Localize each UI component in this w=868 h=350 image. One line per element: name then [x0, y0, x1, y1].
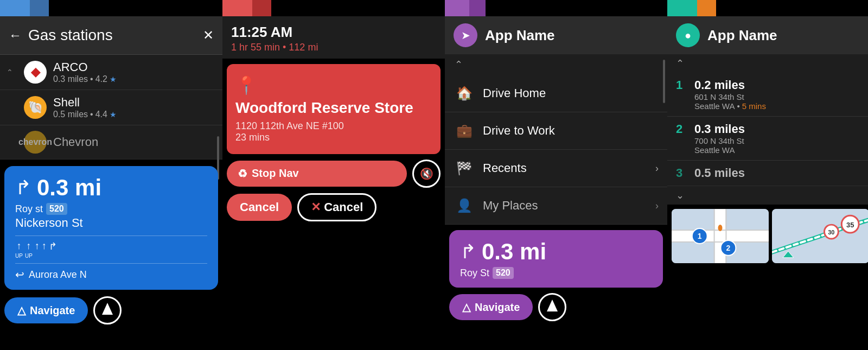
separator: • [90, 74, 93, 84]
nav-street-info: Roy st 520 Nickerson St [15, 203, 207, 230]
stop-nav-button[interactable]: ♻ Stop Nav [227, 161, 407, 187]
separator: • [737, 101, 739, 111]
map-svg-1: 1 2 [672, 209, 769, 263]
arco-info: ARCO 0.3 miles • 4.2 ★ [53, 60, 216, 84]
menu-item-drive-to-work[interactable]: 💼 Drive to Work [445, 112, 667, 150]
close-icon[interactable]: ✕ [203, 28, 214, 43]
purple-compass-button[interactable] [538, 293, 566, 321]
lane-arrow-icon: ↑ [16, 240, 21, 252]
panel4-color-bar [667, 0, 868, 16]
star-icon: ★ [110, 110, 117, 119]
app-icon: ➤ [454, 23, 477, 47]
time-header: 11:25 AM 1 hr 55 min • 112 mi [222, 16, 445, 59]
direction-number-1: 1 [676, 78, 687, 92]
cancel-x-icon: ✕ [311, 200, 321, 214]
recents-icon: 🏁 [454, 157, 475, 179]
panel1-color-bar [0, 0, 222, 16]
navigate-label: Navigate [30, 304, 75, 317]
purple-street-row: Roy St 520 [460, 267, 652, 279]
menu-up-button[interactable]: ⌃ [450, 56, 467, 73]
recents-label: Recents [483, 161, 648, 175]
direction-info-2: 0.3 miles 700 N 34th St Seattle WA [694, 122, 865, 155]
purple-route-badge: 520 [493, 267, 514, 279]
shell-rating: 4.4 [95, 110, 107, 119]
lane-arrow-icon: ↱ [49, 240, 57, 252]
menu-up-control: ⌃ [445, 54, 667, 75]
nav-buttons-row: △ Navigate [4, 296, 218, 324]
direction-street2-1: Seattle WA • 5 mins [694, 101, 865, 111]
arco-meta: 0.3 miles • 4.2 ★ [53, 74, 216, 84]
back-arrow-icon[interactable]: ← [9, 28, 22, 43]
chevron-up-icon: ⌃ [7, 68, 17, 77]
lane-arrow-icon: ↑ [42, 240, 47, 252]
directions-up-button[interactable]: ⌃ [667, 54, 868, 73]
direction-info-3: 0.5 miles [694, 166, 865, 180]
list-item[interactable]: ⌃ ◆ ARCO 0.3 miles • 4.2 ★ [0, 55, 222, 90]
street1-text: Roy st [15, 203, 43, 215]
gas-header-left: ← Gas stations [9, 27, 113, 44]
star-icon: ★ [110, 75, 117, 84]
panel-app-menu: ➤ App Name ⌃ 🏠 Drive Home 💼 Drive to Wor… [445, 0, 667, 350]
direction-item-3[interactable]: 3 0.5 miles [667, 161, 868, 186]
compass-icon [547, 300, 558, 311]
shell-logo: 🐚 [24, 96, 47, 119]
direction-street2-2: Seattle WA [694, 145, 865, 155]
menu-scroll-indicator [663, 60, 665, 103]
svg-text:1: 1 [698, 232, 702, 240]
purple-navigate-label: Navigate [475, 301, 520, 314]
gas-stations-header: ← Gas stations ✕ [0, 16, 222, 54]
map-thumbnail-1[interactable]: 1 2 [672, 209, 769, 263]
compass-button[interactable] [93, 296, 122, 324]
cancel-button-outline[interactable]: ✕ Cancel [297, 193, 376, 221]
menu-item-recents[interactable]: 🏁 Recents › [445, 150, 667, 187]
svg-text:30: 30 [828, 229, 834, 236]
direction-city-1: Seattle WA [694, 101, 735, 111]
app-header2: ● App Name [667, 16, 868, 54]
app-logo-icon: ➤ [461, 29, 470, 42]
cancel-buttons-row: Cancel ✕ Cancel [227, 193, 441, 221]
direction-item-2[interactable]: 2 0.3 miles 700 N 34th St Seattle WA [667, 117, 868, 161]
svg-rect-2 [715, 209, 726, 263]
svg-text:35: 35 [846, 221, 854, 229]
destination-card: 📍 Woodford Reserve Store 1120 112th Ave … [227, 64, 441, 154]
shell-info: Shell 0.5 miles • 4.4 ★ [53, 96, 216, 119]
purple-navigate-button[interactable]: △ Navigate [449, 294, 533, 320]
action-buttons-row: ♻ Stop Nav 🔇 [227, 160, 441, 188]
purple-nav-card: ↱ 0.3 mi Roy St 520 [449, 230, 663, 288]
svg-point-11 [718, 225, 723, 231]
next-street-row: ↩ Aurora Ave N [15, 263, 207, 281]
list-item[interactable]: 🐚 Shell 0.5 miles • 4.4 ★ [0, 90, 222, 125]
navigate-button[interactable]: △ Navigate [4, 297, 88, 323]
mute-icon: 🔇 [420, 167, 433, 180]
navigate-icon: △ [17, 304, 25, 317]
cancel-button-red[interactable]: Cancel [227, 194, 292, 221]
navigate-icon: △ [462, 301, 470, 314]
bar-teal [667, 0, 697, 16]
my-places-label: My Places [483, 199, 648, 213]
list-item[interactable]: chevron Chevron [0, 125, 222, 160]
mute-button[interactable]: 🔇 [412, 160, 441, 188]
cancel-label-1: Cancel [240, 200, 279, 214]
map-thumbnail-2[interactable]: 35 30 [772, 209, 868, 263]
direction-time-1: 5 mins [742, 101, 766, 111]
direction-city-2: Seattle WA [694, 145, 735, 155]
lane-label: UP [15, 253, 23, 259]
chevron-logo: chevron [24, 131, 47, 154]
trip-meta: 1 hr 55 min • 112 mi [231, 42, 436, 53]
app-header: ➤ App Name [445, 16, 667, 54]
gas-list: ⌃ ◆ ARCO 0.3 miles • 4.2 ★ 🐚 Shell [0, 54, 222, 160]
direction-item-1[interactable]: 1 0.2 miles 601 N 34th St Seattle WA • 5… [667, 73, 868, 117]
svg-text:2: 2 [726, 244, 731, 252]
menu-item-my-places[interactable]: 👤 My Places › [445, 187, 667, 225]
svg-rect-4 [672, 241, 769, 243]
gas-stations-title: Gas stations [28, 27, 113, 44]
purple-street-name: Roy St [460, 268, 489, 279]
lane-guidance: ↑UP ↑UP ↑ ↑ ↱ [15, 236, 207, 259]
next-turn-icon: ↩ [15, 268, 24, 281]
lane-arrow-icon: ↑ [26, 240, 31, 252]
panel3-color-bar [445, 0, 667, 16]
home-icon: 🏠 [454, 82, 475, 104]
menu-item-drive-home[interactable]: 🏠 Drive Home [445, 75, 667, 112]
directions-down-button[interactable]: ⌄ [667, 186, 868, 205]
turn-arrow-icon: ↱ [15, 176, 31, 199]
